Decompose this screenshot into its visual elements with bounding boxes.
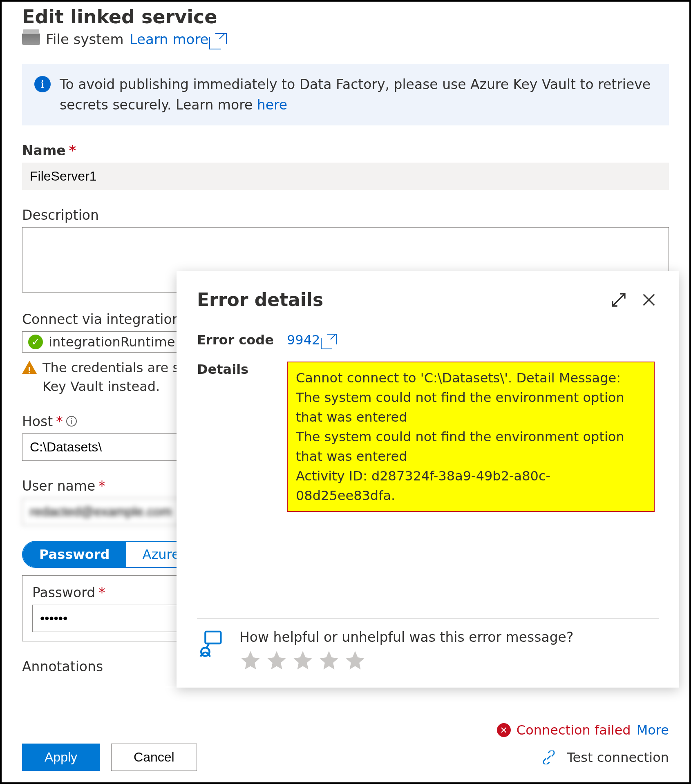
learn-more-link[interactable]: Learn more: [130, 31, 227, 47]
flyout-title: Error details: [197, 289, 609, 310]
details-label: Details: [197, 362, 287, 377]
keyvault-info-banner: i To avoid publishing immediately to Dat…: [22, 64, 669, 125]
connection-status-text: Connection failed: [517, 722, 631, 738]
info-learn-more-link[interactable]: here: [257, 97, 287, 113]
info-text: To avoid publishing immediately to Data …: [60, 76, 651, 113]
feedback-icon: [197, 629, 226, 658]
apply-button[interactable]: Apply: [22, 744, 100, 771]
star-rating: [239, 649, 573, 671]
error-details-text: Cannot connect to 'C:\Datasets\'. Detail…: [287, 362, 655, 512]
plug-icon: [542, 750, 556, 764]
divider: [197, 618, 659, 619]
star-5[interactable]: [344, 649, 366, 671]
info-icon: i: [34, 76, 51, 92]
svg-rect-0: [205, 632, 221, 643]
external-link-icon: [327, 334, 338, 344]
connector-type-label: File system: [46, 31, 124, 47]
external-link-icon: [215, 33, 226, 44]
info-icon[interactable]: i: [66, 416, 77, 427]
test-connection-button[interactable]: Test connection: [567, 750, 669, 765]
error-details-panel: Error details Error code 9942: [177, 271, 679, 688]
cancel-button[interactable]: Cancel: [111, 744, 197, 771]
name-label: Name*: [22, 143, 669, 159]
file-system-icon: [22, 34, 40, 45]
star-2[interactable]: [266, 649, 288, 671]
footer: ✕ Connection failed More Apply Cancel Te…: [2, 714, 689, 782]
star-1[interactable]: [239, 649, 262, 671]
close-icon[interactable]: [639, 290, 659, 310]
feedback-question: How helpful or unhelpful was this error …: [239, 629, 573, 645]
check-icon: ✓: [28, 335, 43, 349]
star-3[interactable]: [292, 649, 314, 671]
tab-password[interactable]: Password: [23, 542, 126, 567]
error-code-link[interactable]: 9942: [287, 332, 337, 348]
warning-icon: [22, 361, 37, 374]
more-link[interactable]: More: [637, 722, 669, 738]
name-input[interactable]: [22, 163, 669, 190]
description-label: Description: [22, 207, 669, 223]
expand-icon[interactable]: [609, 290, 628, 310]
error-icon: ✕: [497, 723, 511, 737]
error-code-label: Error code: [197, 332, 287, 348]
star-4[interactable]: [318, 649, 340, 671]
page-title: Edit linked service: [22, 6, 669, 28]
